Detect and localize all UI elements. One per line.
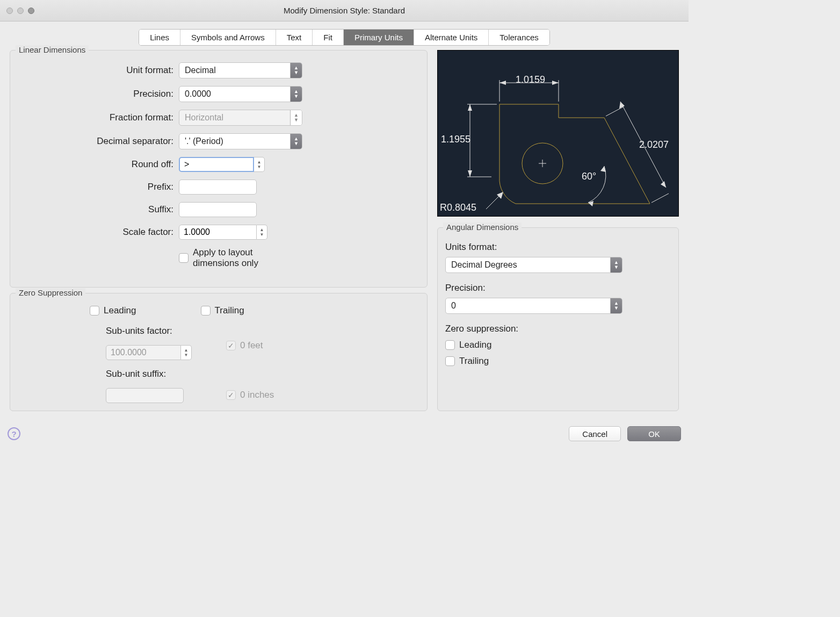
angular-precision-select[interactable]: 0 — [445, 298, 622, 314]
sub-unit-suffix-input — [106, 388, 184, 403]
dropdown-icon — [290, 134, 302, 149]
fraction-format-label: Fraction format: — [18, 112, 179, 123]
scale-factor-input[interactable] — [179, 225, 257, 240]
tab-text[interactable]: Text — [276, 30, 313, 45]
decimal-separator-select[interactable]: '.' (Period) — [179, 133, 302, 149]
tab-alternate-units[interactable]: Alternate Units — [414, 30, 489, 45]
tab-lines[interactable]: Lines — [139, 30, 180, 45]
dropdown-icon — [290, 63, 302, 78]
dimension-preview: 1.0159 1.1955 2.0207 60° R0.8045 — [437, 50, 679, 217]
apply-layout-label: Apply to layout dimensions only — [193, 247, 289, 269]
tab-tolerances[interactable]: Tolerances — [489, 30, 549, 45]
svg-marker-6 — [499, 81, 506, 85]
decimal-separator-label: Decimal separator: — [18, 136, 179, 147]
angular-precision-label: Precision: — [445, 283, 671, 293]
suffix-label: Suffix: — [18, 204, 179, 215]
zero-inches-checkbox: 0 inches — [226, 390, 274, 400]
preview-dim-top: 1.0159 — [516, 74, 545, 85]
sub-units-factor-input — [106, 345, 181, 360]
angular-units-format-label: Units format: — [445, 242, 671, 253]
dropdown-icon — [610, 257, 622, 272]
svg-line-14 — [606, 107, 623, 116]
dropdown-icon — [290, 110, 302, 125]
precision-select[interactable]: 0.0000 — [179, 86, 302, 102]
svg-marker-11 — [468, 104, 472, 111]
sub-unit-suffix-label: Sub-unit suffix: — [106, 369, 192, 379]
sub-units-factor-label: Sub-units factor: — [106, 326, 192, 336]
prefix-label: Prefix: — [18, 182, 179, 192]
round-off-input[interactable] — [179, 157, 254, 172]
angular-zero-suppress-label: Zero suppression: — [445, 324, 671, 334]
svg-marker-19 — [600, 166, 606, 172]
zero-suppression-group: Zero Suppression Leading Trailing Sub-un… — [10, 293, 428, 411]
preview-dim-diag: 2.0207 — [639, 139, 669, 150]
svg-marker-17 — [661, 181, 666, 188]
svg-marker-7 — [552, 81, 559, 85]
scale-factor-label: Scale factor: — [18, 227, 179, 238]
cancel-button[interactable]: Cancel — [569, 426, 621, 441]
stepper-icon[interactable]: ▲▼ — [257, 225, 267, 240]
angular-trailing-checkbox[interactable]: Trailing — [445, 356, 671, 367]
suffix-input[interactable] — [179, 202, 257, 217]
tab-bar: Lines Symbols and Arrows Text Fit Primar… — [139, 29, 550, 46]
svg-line-15 — [651, 193, 669, 203]
dropdown-icon — [290, 87, 302, 102]
tab-fit[interactable]: Fit — [313, 30, 344, 45]
svg-marker-21 — [497, 192, 503, 199]
zero-suppression-title: Zero Suppression — [16, 288, 85, 297]
preview-dim-left: 1.1955 — [441, 134, 470, 145]
angular-leading-checkbox[interactable]: Leading — [445, 340, 671, 350]
angular-dimensions-group: Angular Dimensions Units format: Decimal… — [437, 227, 679, 411]
preview-dim-radius: R0.8045 — [440, 202, 476, 213]
ok-button[interactable]: OK — [627, 426, 681, 441]
preview-dim-angle: 60° — [582, 171, 596, 182]
angular-dimensions-title: Angular Dimensions — [443, 223, 522, 232]
help-icon[interactable]: ? — [8, 427, 20, 440]
prefix-input[interactable] — [179, 180, 257, 195]
round-off-label: Round off: — [18, 159, 179, 170]
zero-leading-checkbox[interactable]: Leading — [90, 305, 136, 316]
svg-marker-12 — [468, 170, 472, 177]
stepper-icon[interactable]: ▲▼ — [254, 157, 265, 172]
stepper-icon: ▲▼ — [181, 345, 192, 360]
fraction-format-select: Horizontal — [179, 110, 302, 126]
dropdown-icon — [610, 298, 622, 313]
unit-format-select[interactable]: Decimal — [179, 62, 302, 78]
zero-feet-checkbox: 0 feet — [226, 340, 274, 351]
tab-primary-units[interactable]: Primary Units — [344, 30, 414, 45]
titlebar: Modify Dimension Style: Standard — [0, 0, 689, 21]
apply-layout-checkbox[interactable]: Apply to layout dimensions only — [179, 247, 289, 269]
window-title: Modify Dimension Style: Standard — [0, 6, 689, 15]
tab-symbols-arrows[interactable]: Symbols and Arrows — [180, 30, 276, 45]
linear-dimensions-title: Linear Dimensions — [16, 45, 89, 54]
zero-trailing-checkbox[interactable]: Trailing — [201, 305, 244, 316]
unit-format-label: Unit format: — [18, 65, 179, 76]
angular-units-format-select[interactable]: Decimal Degrees — [445, 257, 622, 273]
linear-dimensions-group: Linear Dimensions Unit format: Decimal P… — [10, 50, 428, 288]
precision-label: Precision: — [18, 89, 179, 99]
